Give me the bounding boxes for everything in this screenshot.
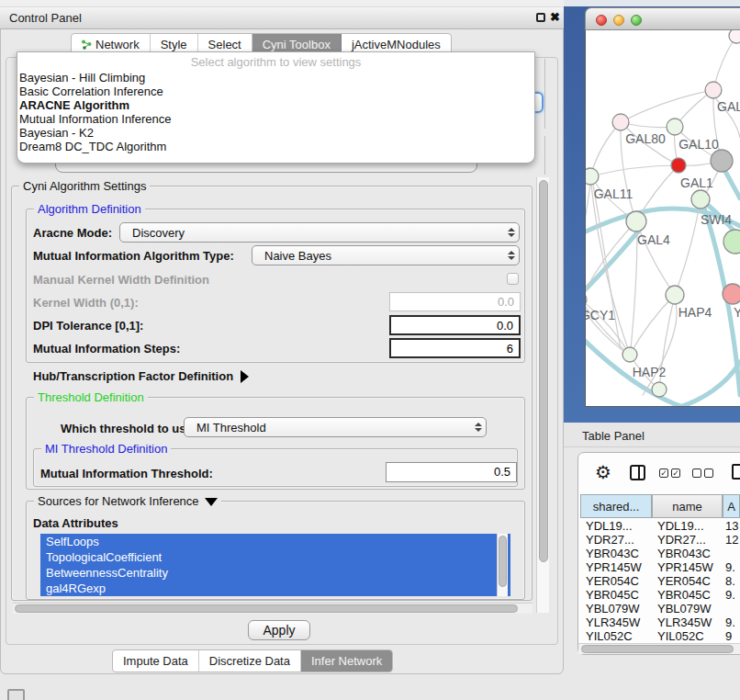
network-node-gal[interactable] xyxy=(705,82,722,98)
hub-definition-expander[interactable]: Hub/Transcription Factor Definition xyxy=(33,367,249,384)
control-panel-titlebar xyxy=(0,7,564,29)
kernel-width-input[interactable]: 0.0 xyxy=(389,292,521,311)
table-cell: YDL19... xyxy=(657,519,704,533)
network-node-swi4[interactable] xyxy=(691,190,710,209)
network-node[interactable] xyxy=(723,230,740,254)
unchecked-checkbox-icon[interactable] xyxy=(704,469,713,478)
algorithm-option[interactable]: Bayesian - K2 xyxy=(17,126,534,140)
gear-icon[interactable]: ⚙ xyxy=(595,463,611,481)
sources-title-wrap[interactable]: Sources for Network Inference xyxy=(34,494,221,508)
table-row[interactable]: YPR145WYPR145W9. xyxy=(580,560,740,574)
algorithm-option[interactable]: Bayesian - Hill Climbing xyxy=(17,71,534,85)
tab-impute-data[interactable]: Impute Data xyxy=(113,650,199,672)
network-node-hap4[interactable] xyxy=(666,286,684,304)
table-row[interactable]: YDR27...YDR27...12 xyxy=(580,533,740,547)
table-cell: YDR27... xyxy=(657,533,706,547)
tab-discretize-data[interactable]: Discretize Data xyxy=(199,650,301,672)
attributes-scrollbar[interactable] xyxy=(497,534,508,596)
table-cell: YIL052C xyxy=(586,629,633,643)
close-traffic-light-icon[interactable] xyxy=(596,15,607,26)
settings-vscrollbar[interactable] xyxy=(536,177,549,613)
zoom-traffic-light-icon[interactable] xyxy=(631,15,642,26)
dpi-tolerance-input[interactable]: 0.0 xyxy=(389,315,521,335)
table-row[interactable]: YBL079WYBL079W xyxy=(580,602,740,615)
manual-kernel-label: Manual Kernel Width Definition xyxy=(33,273,209,287)
collapse-down-icon xyxy=(205,498,218,506)
tab-infer-network[interactable]: Infer Network xyxy=(301,650,392,672)
table-row[interactable]: YBR045CYBR045C9. xyxy=(580,588,740,602)
apply-button[interactable]: Apply xyxy=(248,620,310,640)
network-node-gal1[interactable] xyxy=(671,158,686,173)
algorithm-option[interactable]: Mutual Information Inference xyxy=(17,112,534,126)
table-column-header[interactable]: A xyxy=(723,494,740,518)
which-threshold-label: Which threshold to use: xyxy=(61,422,196,435)
control-panel-title: Control Panel xyxy=(9,11,82,25)
network-node[interactable] xyxy=(711,150,733,172)
unchecked-checkbox-icon[interactable] xyxy=(692,469,701,478)
network-edge[interactable] xyxy=(593,185,621,349)
network-node[interactable] xyxy=(652,382,667,397)
network-node-gal11[interactable] xyxy=(586,168,599,185)
table-row[interactable]: YER054CYER054C8. xyxy=(580,574,740,588)
table-hscrollbar[interactable] xyxy=(578,643,740,654)
network-node-gal10[interactable] xyxy=(667,119,683,135)
algorithm-option[interactable]: ARACNE Algorithm xyxy=(17,98,534,112)
network-edge[interactable] xyxy=(621,90,713,122)
table-row[interactable]: YLR345WYLR345W9. xyxy=(580,615,740,629)
close-icon[interactable]: ✖ xyxy=(550,10,560,24)
data-attribute-item[interactable]: SelfLoops xyxy=(40,534,510,549)
network-node-label: GCY1 xyxy=(586,308,615,322)
network-view[interactable]: GALGAL80GAL10GAL1GAL11SWI4GAL4GCY1HAP4YH… xyxy=(585,30,740,407)
expand-right-icon xyxy=(241,370,249,383)
table-row[interactable]: YBR043CYBR043C xyxy=(580,547,740,560)
network-node-label: HAP4 xyxy=(678,305,712,320)
screen: Control Panel ✖ NetworkStyleSelectCyni T… xyxy=(0,0,740,700)
algorithm-option[interactable]: Dream8 DC_TDC Algorithm xyxy=(17,140,534,153)
mi-steps-input[interactable]: 6 xyxy=(389,338,521,358)
float-panel-icon[interactable] xyxy=(536,13,545,22)
table-row[interactable]: YIL052CYIL052C9 xyxy=(580,629,740,643)
network-node-hap2[interactable] xyxy=(622,347,637,362)
manual-kernel-checkbox[interactable] xyxy=(507,273,519,285)
minimize-traffic-light-icon[interactable] xyxy=(613,15,624,26)
checked-checkbox-icon[interactable]: ✓ xyxy=(671,469,680,478)
network-node-gal80[interactable] xyxy=(612,114,629,130)
network-node-y[interactable] xyxy=(723,284,740,304)
aracne-mode-select[interactable]: Discovery xyxy=(119,222,520,243)
settings-hscrollbar[interactable] xyxy=(13,603,533,614)
table-column-header[interactable]: shared... xyxy=(580,494,652,518)
data-attribute-item[interactable]: BetweennessCentrality xyxy=(40,565,510,581)
network-edge-highlighted[interactable] xyxy=(670,362,740,407)
table-column-header[interactable]: name xyxy=(652,494,723,518)
checked-checkbox-icon[interactable]: ✓ xyxy=(659,469,668,478)
network-node-label: GAL11 xyxy=(594,186,633,201)
algorithm-option[interactable]: Basic Correlation Inference xyxy=(17,85,534,98)
column-layout-icon[interactable] xyxy=(630,465,645,480)
network-edge[interactable] xyxy=(631,231,637,349)
which-threshold-select[interactable]: MI Threshold xyxy=(184,417,487,437)
table-cell: YLR345W xyxy=(657,615,712,629)
mi-threshold-input[interactable]: 0.5 xyxy=(386,462,517,482)
groupbox-fragment xyxy=(544,59,545,129)
network-edge[interactable] xyxy=(590,122,621,176)
table-cell: YBR043C xyxy=(657,547,711,560)
network-edge[interactable] xyxy=(675,199,701,295)
table-cell: YIL052C xyxy=(657,629,704,643)
data-attribute-item[interactable]: TopologicalCoefficient xyxy=(40,549,510,565)
network-edge[interactable] xyxy=(590,165,678,176)
mi-type-value: Naive Bayes xyxy=(252,249,504,263)
table-row[interactable]: YDL19...YDL19...13 xyxy=(580,519,740,533)
network-window-titlebar[interactable] xyxy=(585,7,740,30)
network-node-gal4[interactable] xyxy=(626,211,646,231)
sources-title: Sources for Network Inference xyxy=(38,494,199,508)
tab-label: Style xyxy=(161,38,187,51)
algorithm-dropdown-popup: Select algorithm to view settings Bayesi… xyxy=(17,51,535,164)
data-attribute-item[interactable]: gal4RGexp xyxy=(40,581,510,596)
network-node-label: GAL1 xyxy=(680,175,713,190)
floating-panel-icon[interactable] xyxy=(7,689,25,700)
network-edge-highlighted[interactable] xyxy=(586,231,639,307)
network-node[interactable] xyxy=(729,30,740,43)
document-icon[interactable] xyxy=(732,464,740,480)
network-node-label: HAP2 xyxy=(633,365,667,379)
mi-type-select[interactable]: Naive Bayes xyxy=(252,245,520,265)
